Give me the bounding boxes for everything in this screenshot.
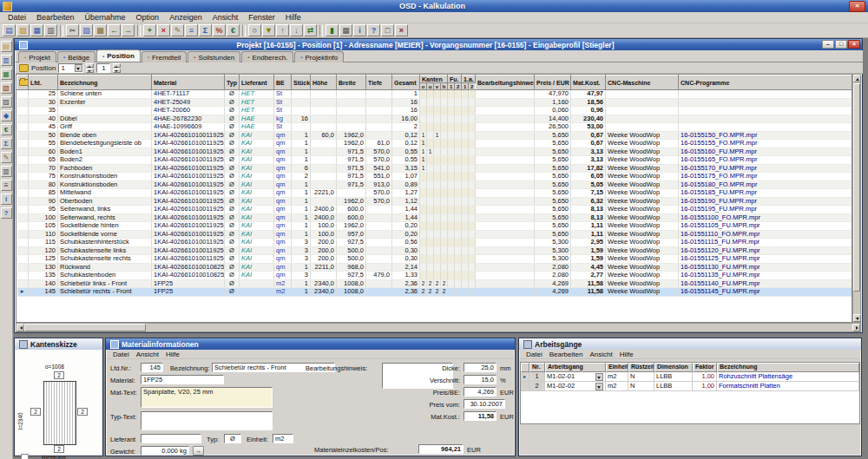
separator[interactable] [242,25,246,36]
table-row[interactable]: 125 Schubkastenseite rechts 1KAI-4026610… [17,255,852,264]
app-close-button[interactable]: × [849,1,865,12]
table-row[interactable]: 140 Schiebetür links - Front 1FP25 Ø m2 … [17,279,852,288]
table-row[interactable]: 45 Griff 4HAE-10996609 Ø HAE St 2 [17,123,852,132]
header-cnc-maschine[interactable]: CNC-Maschine [606,75,679,90]
delete-row-icon[interactable]: × [157,24,170,36]
table-row[interactable]: 130 Rückwand 1KAI-402661010010825 Ø KAI … [17,263,852,272]
menu-item[interactable]: Datei [523,351,546,358]
header-stueck[interactable]: Stück [292,75,311,90]
cnc-icon[interactable]: ▨ [1,96,12,108]
mattext-field[interactable]: Spanplatte, V20, 25 mm [141,387,273,408]
horizontal-scrollbar[interactable] [16,323,861,332]
menu-item[interactable]: Hilfe [616,351,637,358]
table-row[interactable]: 120 Schubkastenseite links 1KAI-40266101… [17,246,852,255]
separator[interactable] [319,25,323,36]
info-icon[interactable]: i [1,193,12,205]
open-folder-icon[interactable]: ▨ [16,24,30,36]
vertical-scrollbar[interactable] [852,74,861,323]
header-be[interactable]: BE [274,75,292,90]
header-lieferant[interactable]: Lieferant [240,75,274,90]
lieferant-field[interactable] [141,434,201,443]
currency-icon[interactable]: € [227,24,240,36]
material-icon[interactable]: ▦ [1,69,12,80]
table-row[interactable]: 30 Exzenter 4HET-25049 Ø HET St 16 [17,98,852,107]
window-icon[interactable]: □ [381,24,394,36]
arbeitsgang-row[interactable]: ▸ 1 M1-02-01 m2 N LLBB 1,00 Rohzuschnitt… [521,372,859,382]
header-material[interactable]: Material [152,75,225,90]
menu-item[interactable]: Datei [109,351,133,358]
material-field[interactable]: 1FP25 [141,375,224,384]
tab[interactable]: ▪ Position [96,49,141,62]
spin-down-icon[interactable] [113,69,121,73]
print-icon[interactable]: ▥ [44,24,57,36]
preisvom-field[interactable]: 30.10.2007 [464,399,505,409]
scroll-right-icon[interactable] [852,324,860,331]
arbeitsgaenge-titlebar[interactable]: Arbeitsgänge [519,338,861,350]
ag-header-bezeichnung[interactable]: Bezeichnung [717,363,859,372]
table-row[interactable]: 70 Fachboden 1KAI-402661010011925 Ø KAI … [17,164,852,173]
maximize-button[interactable]: □ [835,40,847,49]
table-row[interactable]: 90 Oberboden 1KAI-402661010011925 Ø KAI … [17,197,852,206]
minimize-button[interactable]: – [822,40,834,49]
table-row[interactable]: 65 Boden2 1KAI-402661010011925 Ø KAI qm … [17,156,852,165]
materialinfo-titlebar[interactable]: Materialinformationen [106,338,515,350]
header-typ[interactable]: Typ [225,75,240,90]
spin-up-icon[interactable] [86,63,94,68]
hours-icon[interactable]: ◆ [1,110,12,121]
table-row[interactable]: 100 Seitenwand, rechts 1KAI-402661010011… [17,213,852,222]
header-kanten[interactable]: Kanten [420,75,448,83]
ag-cell-arbeitsgang[interactable]: M1-02-02 [545,382,606,391]
table-row[interactable]: 95 Seitenwand, links 1KAI-40266101001192… [17,206,852,214]
header-preis[interactable]: Preis / EUR [535,75,571,90]
costs-icon[interactable]: € [1,124,12,135]
percent-icon[interactable]: % [213,24,226,36]
header-fu[interactable]: Fu. [448,75,462,83]
table-row[interactable]: 75 Konstruktionsboden 1KAI-4026610100119… [17,173,852,181]
spin-down-icon[interactable] [86,69,94,73]
table-row[interactable]: 115 Schubkastenhinterstück 1KAI-40266101… [17,239,852,247]
typ-field[interactable]: Ø [224,434,241,443]
header-breite[interactable]: Breite [337,75,366,90]
calculator-icon[interactable]: ≡ [185,24,198,36]
ag-header-arbeitsgang[interactable]: Arbeitsgang [545,363,606,372]
tab[interactable]: ▪ Projektinfo [294,51,344,62]
position-icon[interactable]: ▥ [1,55,12,66]
position-number-field[interactable]: 1 [96,63,110,73]
separator[interactable] [137,25,141,36]
einheit-field[interactable]: m2 [273,434,293,443]
menu-item[interactable]: Hilfe [280,13,306,22]
redo-icon[interactable]: → [122,24,135,36]
position-stepper[interactable] [86,63,94,73]
menu-item[interactable]: Bearbeiten [546,351,587,358]
header-hoehe[interactable]: Höhe [311,75,337,90]
chevron-down-icon[interactable] [595,373,603,381]
table-row[interactable]: 105 Sockelblende hinten 1KAI-40266101001… [17,222,852,231]
filter-icon[interactable]: ▼ [262,24,275,36]
header-lfd[interactable]: Lfd. [29,75,58,90]
menu-item[interactable]: Ansicht [133,351,162,358]
edge-bottom-field[interactable]: 2 [54,445,64,453]
edge-right-field[interactable]: 2 [77,408,88,416]
refresh-icon[interactable]: ⇄ [304,24,317,36]
preisbe-field[interactable]: 4,269 [464,387,496,397]
ag-header-ruestzeit[interactable]: Rüstzeit [628,363,654,372]
edge-left-field[interactable]: 2 [30,408,41,416]
tab[interactable]: ▪ Projekt [18,51,56,62]
tab[interactable]: ▪ Endberech. [241,51,293,62]
menu-item[interactable]: Übernahme [80,13,131,22]
edge-top-field[interactable]: 2 [54,371,64,379]
new-document-icon[interactable]: ▤ [3,24,16,36]
table-row[interactable]: 135 Schubkastenboden 1KAI-40266101001082… [17,272,852,280]
dicke-field[interactable]: 25,0 [464,363,496,372]
ag-cell-arbeitsgang[interactable]: M1-02-01 [545,372,606,382]
info-icon[interactable]: i [353,24,366,36]
horizontal-scroll-thumb[interactable] [24,324,146,331]
menu-item[interactable]: Anzeigen [164,13,207,22]
search-icon[interactable]: ○ [248,24,261,36]
header-gesamt[interactable]: Gesamt [392,75,420,90]
chevron-down-icon[interactable] [75,64,82,72]
position-stepper-2[interactable] [113,63,121,73]
notes-icon[interactable]: ✎ [1,152,12,163]
table-row[interactable]: ▸ 145 Schiebetür rechts - Front 1FP25 Ø … [17,288,852,297]
table-row[interactable]: 40 Dübel 4HAE-26782230 Ø HAE kg 16 16,00 [17,115,852,123]
